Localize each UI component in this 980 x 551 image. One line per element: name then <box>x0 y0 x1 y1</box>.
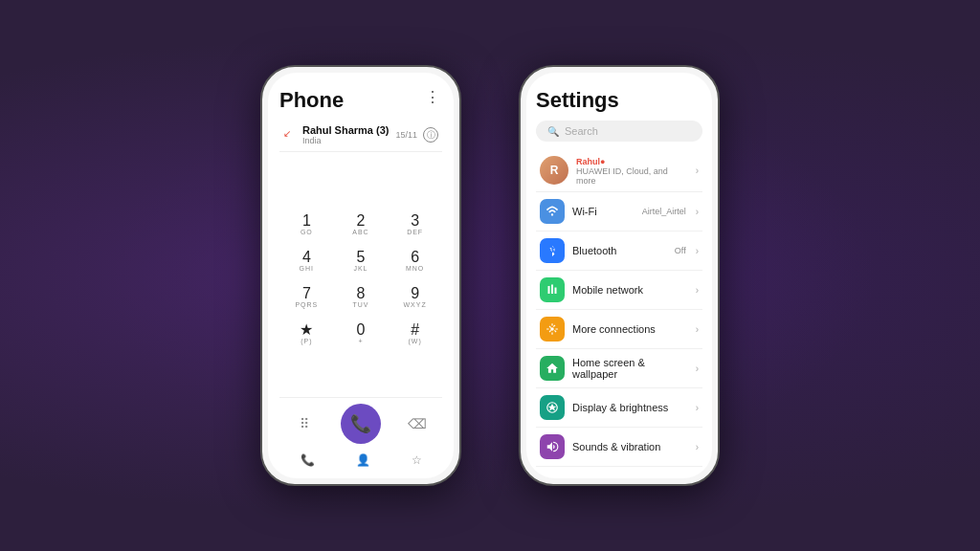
setting-label-1: Bluetooth <box>572 245 667 256</box>
profile-chevron-icon: › <box>696 165 699 176</box>
call-info: Rahul Sharma (3) India <box>302 124 395 145</box>
dial-number: 9 <box>411 286 419 301</box>
call-count: 15/11 <box>395 130 417 140</box>
setting-chevron-icon: › <box>696 364 699 374</box>
settings-item-bt[interactable]: Bluetooth Off › <box>536 231 702 271</box>
setting-value-1: Off <box>675 246 686 255</box>
dial-button-1[interactable]: 1GO <box>285 207 327 241</box>
dial-button-7[interactable]: 7PQRS <box>285 279 327 314</box>
dial-alpha: MNO <box>406 265 424 272</box>
nav-bar: 📞 👤 ☆ <box>279 450 442 471</box>
dial-alpha: WXYZ <box>404 301 427 308</box>
settings-frame: Settings 🔍 Search R Rahul● HUAWEI ID, Cl… <box>519 65 720 486</box>
dial-number: 2 <box>357 213 366 229</box>
profile-name: Rahul● <box>576 155 688 166</box>
dial-alpha: ABC <box>352 229 368 235</box>
avatar: R <box>540 156 568 185</box>
phone-frame: Phone ⋮ ↙ Rahul Sharma (3) India 15/11 ⓘ… <box>260 65 461 486</box>
recent-call-row[interactable]: ↙ Rahul Sharma (3) India 15/11 ⓘ <box>279 119 442 152</box>
dial-alpha: PQRS <box>295 301 318 308</box>
search-placeholder: Search <box>565 125 598 137</box>
dial-alpha: + <box>358 338 363 344</box>
dialpad-icon[interactable]: ⠿ <box>291 410 318 437</box>
setting-chevron-icon: › <box>696 285 699 296</box>
settings-item-wifi[interactable]: Wi-Fi Airtel_Airtel › <box>536 192 702 231</box>
svg-point-0 <box>550 327 554 331</box>
dial-button-★[interactable]: ★(P) <box>285 316 327 350</box>
dial-alpha: (P) <box>301 338 312 344</box>
call-button[interactable]: 📞 <box>341 404 381 444</box>
missed-call-icon: ↙ <box>283 128 297 142</box>
phone-screen: Phone ⋮ ↙ Rahul Sharma (3) India 15/11 ⓘ… <box>268 73 454 478</box>
dialpad: 1GO2ABC3DEF4GHI5JKL6MNO7PQRS8TUV9WXYZ★(P… <box>279 160 442 397</box>
nav-favorites-icon[interactable]: ☆ <box>412 453 422 467</box>
setting-label-0: Wi-Fi <box>572 206 635 217</box>
dialpad-row: 1GO2ABC3DEF <box>279 207 442 241</box>
setting-label-4: Home screen & wallpaper <box>572 357 688 380</box>
setting-value-0: Airtel_Airtel <box>642 207 686 216</box>
connect-icon <box>540 317 565 342</box>
settings-item-mobile[interactable]: Mobile network › <box>536 271 702 310</box>
dial-number: 7 <box>302 286 311 301</box>
profile-row[interactable]: R Rahul● HUAWEI ID, Cloud, and more › <box>536 149 702 192</box>
setting-label-5: Display & brightness <box>572 402 688 413</box>
dial-number: 5 <box>357 250 366 265</box>
nav-call-icon[interactable]: 📞 <box>301 453 315 467</box>
dial-alpha: GO <box>301 229 313 235</box>
profile-info: Rahul● HUAWEI ID, Cloud, and more <box>576 155 688 186</box>
settings-item-sound[interactable]: Sounds & vibration › <box>536 428 702 467</box>
settings-item-home[interactable]: Home screen & wallpaper › <box>536 349 702 388</box>
setting-label-6: Sounds & vibration <box>572 441 688 452</box>
dial-number: # <box>411 322 419 338</box>
dial-number: 6 <box>411 250 419 265</box>
phone-header: Phone ⋮ <box>279 88 442 113</box>
nav-contacts-icon[interactable]: 👤 <box>356 453 370 467</box>
search-icon: 🔍 <box>547 126 559 137</box>
dial-number: ★ <box>300 322 313 338</box>
dial-button-8[interactable]: 8TUV <box>340 279 382 314</box>
home-icon <box>540 356 565 381</box>
wifi-icon <box>540 199 565 224</box>
call-info-button[interactable]: ⓘ <box>423 127 438 143</box>
settings-item-display[interactable]: Display & brightness › <box>536 388 702 428</box>
dial-button-0[interactable]: 0+ <box>340 316 382 350</box>
dial-button-3[interactable]: 3DEF <box>394 207 436 241</box>
setting-chevron-icon: › <box>696 246 699 256</box>
dial-number: 8 <box>357 286 366 301</box>
settings-screen: Settings 🔍 Search R Rahul● HUAWEI ID, Cl… <box>526 73 712 478</box>
dial-button-5[interactable]: 5JKL <box>340 243 382 277</box>
dial-alpha: JKL <box>353 265 368 272</box>
settings-app: Settings 🔍 Search R Rahul● HUAWEI ID, Cl… <box>526 73 712 478</box>
search-bar[interactable]: 🔍 Search <box>536 121 702 142</box>
dial-button-#[interactable]: #(W) <box>394 316 436 350</box>
dial-alpha: DEF <box>407 229 423 235</box>
delete-icon[interactable]: ⌫ <box>404 410 431 437</box>
setting-chevron-icon: › <box>696 207 699 217</box>
dial-number: 1 <box>302 213 311 229</box>
caller-location: India <box>302 136 395 145</box>
dialpad-row: ★(P)0+#(W) <box>279 316 442 350</box>
settings-item-connect[interactable]: More connections › <box>536 310 702 349</box>
dial-button-6[interactable]: 6MNO <box>394 243 436 277</box>
setting-chevron-icon: › <box>696 442 699 452</box>
dialpad-row: 4GHI5JKL6MNO <box>279 243 442 277</box>
caller-name: Rahul Sharma (3) <box>302 124 395 136</box>
profile-sub: HUAWEI ID, Cloud, and more <box>576 166 688 186</box>
dial-button-2[interactable]: 2ABC <box>340 207 382 241</box>
dial-number: 3 <box>411 213 419 229</box>
dial-button-4[interactable]: 4GHI <box>285 243 327 277</box>
more-options-icon[interactable]: ⋮ <box>425 88 442 106</box>
dialpad-row: 7PQRS8TUV9WXYZ <box>279 279 442 314</box>
bt-icon <box>540 238 565 263</box>
settings-list: Wi-Fi Airtel_Airtel › Bluetooth Off › Mo… <box>536 192 702 471</box>
setting-chevron-icon: › <box>696 324 699 335</box>
dial-alpha: GHI <box>300 265 314 272</box>
setting-label-2: Mobile network <box>572 284 688 296</box>
dial-alpha: (W) <box>409 338 422 344</box>
dial-number: 0 <box>357 322 366 338</box>
display-icon <box>540 395 565 420</box>
phone-title: Phone <box>279 88 344 113</box>
dial-button-9[interactable]: 9WXYZ <box>394 279 436 314</box>
setting-label-3: More connections <box>572 323 688 335</box>
mobile-icon <box>540 277 565 302</box>
